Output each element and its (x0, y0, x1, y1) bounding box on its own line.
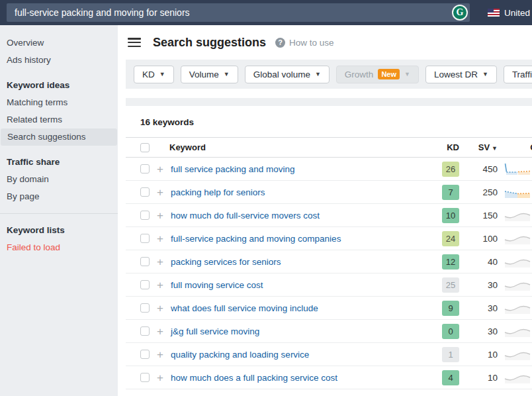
keyword-link[interactable]: full moving service cost (171, 280, 263, 290)
table-row: + how much do full-service movers cost 1… (126, 204, 532, 227)
keyword-search-input[interactable] (7, 7, 452, 18)
kd-badge: 24 (442, 231, 459, 246)
filter-button[interactable]: Traffic potential ▼ (504, 66, 532, 83)
grammarly-icon[interactable]: G (452, 5, 468, 21)
us-flag-icon (488, 9, 500, 17)
add-to-list-icon[interactable]: + (151, 372, 169, 383)
search-volume: 30 (459, 280, 498, 290)
sidebar-item[interactable]: Related terms (0, 111, 118, 128)
filter-label: Global volume (253, 70, 310, 79)
kd-badge: 0 (442, 324, 459, 339)
how-to-use-label: How to use (289, 38, 334, 48)
filter-button[interactable]: Volume ▼ (181, 66, 238, 83)
filter-button[interactable]: Lowest DR ▼ (425, 66, 497, 83)
sidebar-item[interactable]: By domain (0, 171, 118, 188)
kd-badge: 12 (442, 254, 459, 270)
add-to-list-icon[interactable]: + (151, 279, 169, 291)
trend-sparkline (498, 371, 532, 383)
trend-sparkline (498, 232, 532, 244)
row-checkbox[interactable] (140, 164, 150, 173)
section-divider-band (126, 98, 532, 106)
add-to-list-icon[interactable]: + (151, 326, 169, 337)
filter-button[interactable]: Growth New ▼ (336, 66, 419, 83)
region-label: United States (504, 8, 532, 18)
add-to-list-icon[interactable]: + (151, 256, 169, 268)
table-row: + full-service packing and moving compan… (126, 227, 532, 250)
kd-badge: 25 (442, 277, 459, 293)
search-volume: 30 (459, 303, 498, 313)
row-checkbox[interactable] (140, 280, 150, 289)
sidebar-section-header: Keyword lists (0, 222, 118, 239)
sidebar-item[interactable]: Overview (0, 34, 118, 52)
table-body: + full service packing and moving 26 450 (126, 158, 532, 389)
keyword-link[interactable]: quality packing and loading service (171, 350, 309, 360)
keyword-link[interactable]: how much do full-service movers cost (171, 211, 320, 221)
column-sv[interactable]: SV▼ (459, 142, 498, 152)
page-title: Search suggestions (153, 36, 266, 50)
add-to-list-icon[interactable]: + (151, 303, 169, 314)
trend-sparkline (498, 348, 532, 360)
menu-icon[interactable] (128, 38, 141, 47)
row-checkbox[interactable] (140, 350, 150, 359)
column-keyword[interactable]: Keyword (169, 142, 433, 152)
sidebar-item-search-suggestions[interactable]: Search suggestions (1, 128, 117, 146)
filter-label: Lowest DR (434, 70, 478, 79)
table-row: + full service packing and moving 26 450 (126, 158, 532, 181)
add-to-list-icon[interactable]: + (151, 164, 169, 175)
keyword-link[interactable]: full service packing and moving (171, 164, 295, 174)
kd-badge: 9 (442, 301, 459, 316)
row-checkbox[interactable] (140, 326, 150, 336)
region-selector[interactable]: United States (488, 0, 532, 25)
table-header-row: Keyword KD SV▼ GV (126, 137, 532, 158)
keyword-search-box[interactable]: G (7, 3, 470, 22)
trend-sparkline (498, 209, 532, 221)
chevron-down-icon: ▼ (224, 71, 230, 77)
question-icon: ? (275, 38, 285, 48)
keyword-link[interactable]: full-service packing and moving companie… (171, 234, 341, 244)
filter-button[interactable]: KD ▼ (134, 66, 174, 83)
trend-sparkline (498, 163, 532, 175)
table-row: + what does full service moving include … (126, 297, 532, 320)
keyword-link[interactable]: packing help for seniors (171, 187, 265, 197)
table-row: + packing help for seniors 7 250 (126, 181, 532, 204)
chevron-down-icon: ▼ (159, 71, 165, 77)
row-checkbox[interactable] (140, 303, 150, 313)
kd-badge: 10 (442, 208, 459, 223)
keyword-link[interactable]: j&g full service moving (171, 326, 259, 336)
table-row: + quality packing and loading service 1 … (126, 343, 532, 366)
row-checkbox[interactable] (140, 373, 150, 382)
kd-badge: 26 (442, 162, 459, 177)
chevron-down-icon: ▼ (315, 71, 321, 77)
trend-sparkline (498, 325, 532, 337)
add-to-list-icon[interactable]: + (151, 210, 169, 221)
add-to-list-icon[interactable]: + (151, 349, 169, 360)
trend-sparkline (498, 256, 532, 268)
filter-button[interactable]: Global volume ▼ (245, 66, 330, 83)
how-to-use-link[interactable]: ? How to use (275, 38, 334, 48)
row-checkbox[interactable] (140, 187, 150, 197)
table-row: + full moving service cost 25 30 (126, 273, 532, 297)
sidebar-item[interactable]: Ads history (0, 52, 118, 69)
row-checkbox[interactable] (140, 234, 150, 243)
row-checkbox[interactable] (140, 211, 150, 220)
sidebar-section-header: Traffic share (0, 154, 118, 171)
search-volume: 40 (459, 257, 498, 267)
kd-badge: 7 (442, 185, 459, 200)
row-checkbox[interactable] (140, 257, 150, 266)
column-gv-clipped[interactable]: GV (498, 142, 532, 152)
column-kd[interactable]: KD (433, 142, 459, 152)
select-all-checkbox[interactable] (140, 143, 150, 152)
kd-badge: 4 (442, 370, 459, 385)
keyword-link[interactable]: packing services for seniors (171, 257, 281, 267)
sort-desc-icon: ▼ (492, 145, 498, 152)
sidebar-section-header: Keyword ideas (0, 77, 118, 94)
sidebar-item[interactable]: By page (0, 188, 118, 205)
filter-label: Growth (345, 70, 374, 79)
keyword-link[interactable]: what does full service moving include (171, 303, 318, 313)
filter-bar: KD ▼ Volume ▼ Global volume ▼ Growth New… (126, 60, 532, 89)
add-to-list-icon[interactable]: + (151, 187, 169, 198)
sidebar-item[interactable]: Matching terms (0, 94, 118, 111)
trend-sparkline (498, 279, 532, 291)
keyword-link[interactable]: how much does a full packing service cos… (171, 373, 337, 383)
add-to-list-icon[interactable]: + (151, 233, 169, 244)
